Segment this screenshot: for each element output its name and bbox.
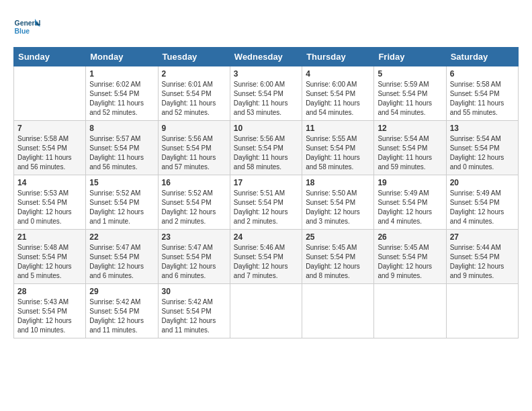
day-number: 24 — [234, 232, 298, 242]
day-number: 6 — [450, 69, 515, 79]
calendar-table: SundayMondayTuesdayWednesdayThursdayFrid… — [13, 47, 519, 338]
day-info: Sunrise: 5:49 AMSunset: 5:54 PMDaylight:… — [450, 189, 504, 225]
calendar-cell: 18 Sunrise: 5:50 AMSunset: 5:54 PMDaylig… — [302, 175, 374, 230]
calendar-cell: 5 Sunrise: 5:59 AMSunset: 5:54 PMDayligh… — [374, 66, 446, 121]
day-number: 21 — [17, 232, 82, 242]
day-number: 22 — [89, 232, 154, 242]
day-number: 7 — [17, 124, 82, 133]
day-info: Sunrise: 5:49 AMSunset: 5:54 PMDaylight:… — [378, 189, 432, 225]
weekday-header-tuesday: Tuesday — [158, 48, 230, 66]
day-info: Sunrise: 5:58 AMSunset: 5:54 PMDaylight:… — [450, 81, 504, 116]
day-number: 17 — [234, 178, 298, 187]
calendar-cell — [230, 284, 302, 338]
calendar-cell: 29 Sunrise: 5:42 AMSunset: 5:54 PMDaylig… — [86, 284, 158, 338]
calendar-cell: 17 Sunrise: 5:51 AMSunset: 5:54 PMDaylig… — [230, 175, 302, 230]
day-info: Sunrise: 5:50 AMSunset: 5:54 PMDaylight:… — [306, 189, 360, 225]
svg-text:Blue: Blue — [15, 28, 30, 35]
calendar-cell — [374, 284, 446, 338]
calendar-cell: 11 Sunrise: 5:55 AMSunset: 5:54 PMDaylig… — [302, 121, 374, 175]
calendar-cell: 9 Sunrise: 5:56 AMSunset: 5:54 PMDayligh… — [158, 121, 230, 175]
day-info: Sunrise: 6:00 AMSunset: 5:54 PMDaylight:… — [234, 81, 288, 116]
day-number: 4 — [306, 69, 370, 79]
day-number: 28 — [17, 287, 82, 296]
calendar-cell: 26 Sunrise: 5:45 AMSunset: 5:54 PMDaylig… — [374, 230, 446, 284]
day-number: 26 — [378, 232, 442, 242]
calendar-cell: 16 Sunrise: 5:52 AMSunset: 5:54 PMDaylig… — [158, 175, 230, 230]
day-number: 29 — [89, 287, 154, 296]
calendar-cell: 15 Sunrise: 5:52 AMSunset: 5:54 PMDaylig… — [86, 175, 158, 230]
weekday-header-thursday: Thursday — [302, 48, 374, 66]
day-info: Sunrise: 5:56 AMSunset: 5:54 PMDaylight:… — [234, 135, 288, 171]
calendar-cell: 20 Sunrise: 5:49 AMSunset: 5:54 PMDaylig… — [446, 175, 518, 230]
day-number: 14 — [17, 178, 82, 187]
day-info: Sunrise: 5:54 AMSunset: 5:54 PMDaylight:… — [450, 135, 504, 171]
day-number: 30 — [162, 287, 226, 296]
day-info: Sunrise: 5:59 AMSunset: 5:54 PMDaylight:… — [378, 81, 432, 116]
day-info: Sunrise: 5:42 AMSunset: 5:54 PMDaylight:… — [162, 298, 216, 334]
day-info: Sunrise: 6:00 AMSunset: 5:54 PMDaylight:… — [306, 81, 360, 116]
day-info: Sunrise: 6:02 AMSunset: 5:54 PMDaylight:… — [89, 81, 144, 116]
weekday-header-saturday: Saturday — [446, 48, 518, 66]
calendar-cell: 8 Sunrise: 5:57 AMSunset: 5:54 PMDayligh… — [86, 121, 158, 175]
day-info: Sunrise: 5:51 AMSunset: 5:54 PMDaylight:… — [234, 189, 288, 225]
calendar-cell: 28 Sunrise: 5:43 AMSunset: 5:54 PMDaylig… — [14, 284, 86, 338]
calendar-cell: 21 Sunrise: 5:48 AMSunset: 5:54 PMDaylig… — [14, 230, 86, 284]
day-number: 10 — [234, 124, 298, 133]
calendar-cell: 19 Sunrise: 5:49 AMSunset: 5:54 PMDaylig… — [374, 175, 446, 230]
day-number: 27 — [450, 232, 515, 242]
day-info: Sunrise: 5:52 AMSunset: 5:54 PMDaylight:… — [89, 189, 144, 225]
calendar-cell: 24 Sunrise: 5:46 AMSunset: 5:54 PMDaylig… — [230, 230, 302, 284]
calendar-cell: 27 Sunrise: 5:44 AMSunset: 5:54 PMDaylig… — [446, 230, 518, 284]
day-info: Sunrise: 5:53 AMSunset: 5:54 PMDaylight:… — [17, 189, 72, 225]
day-info: Sunrise: 5:54 AMSunset: 5:54 PMDaylight:… — [378, 135, 432, 171]
day-info: Sunrise: 5:55 AMSunset: 5:54 PMDaylight:… — [306, 135, 360, 171]
day-number: 13 — [450, 124, 515, 133]
calendar-cell — [446, 284, 518, 338]
calendar-cell: 25 Sunrise: 5:45 AMSunset: 5:54 PMDaylig… — [302, 230, 374, 284]
day-info: Sunrise: 5:47 AMSunset: 5:54 PMDaylight:… — [162, 244, 216, 279]
day-number: 20 — [450, 178, 515, 187]
day-info: Sunrise: 5:46 AMSunset: 5:54 PMDaylight:… — [234, 244, 288, 279]
day-info: Sunrise: 5:56 AMSunset: 5:54 PMDaylight:… — [162, 135, 216, 171]
day-number: 8 — [89, 124, 154, 133]
weekday-header-sunday: Sunday — [14, 48, 86, 66]
day-info: Sunrise: 5:43 AMSunset: 5:54 PMDaylight:… — [17, 298, 72, 334]
day-number: 5 — [378, 69, 442, 79]
day-number: 16 — [162, 178, 226, 187]
calendar-cell: 12 Sunrise: 5:54 AMSunset: 5:54 PMDaylig… — [374, 121, 446, 175]
weekday-header-friday: Friday — [374, 48, 446, 66]
day-number: 12 — [378, 124, 442, 133]
day-number: 11 — [306, 124, 370, 133]
day-info: Sunrise: 5:42 AMSunset: 5:54 PMDaylight:… — [89, 298, 144, 334]
calendar-cell: 23 Sunrise: 5:47 AMSunset: 5:54 PMDaylig… — [158, 230, 230, 284]
day-number: 3 — [234, 69, 298, 79]
day-number: 18 — [306, 178, 370, 187]
calendar-cell: 13 Sunrise: 5:54 AMSunset: 5:54 PMDaylig… — [446, 121, 518, 175]
calendar-cell: 30 Sunrise: 5:42 AMSunset: 5:54 PMDaylig… — [158, 284, 230, 338]
day-number: 23 — [162, 232, 226, 242]
day-number: 9 — [162, 124, 226, 133]
day-number: 19 — [378, 178, 442, 187]
day-info: Sunrise: 5:47 AMSunset: 5:54 PMDaylight:… — [89, 244, 144, 279]
calendar-cell: 14 Sunrise: 5:53 AMSunset: 5:54 PMDaylig… — [14, 175, 86, 230]
calendar-cell: 4 Sunrise: 6:00 AMSunset: 5:54 PMDayligh… — [302, 66, 374, 121]
calendar-cell: 6 Sunrise: 5:58 AMSunset: 5:54 PMDayligh… — [446, 66, 518, 121]
day-info: Sunrise: 5:57 AMSunset: 5:54 PMDaylight:… — [89, 135, 144, 171]
day-info: Sunrise: 5:45 AMSunset: 5:54 PMDaylight:… — [306, 244, 360, 279]
day-info: Sunrise: 5:48 AMSunset: 5:54 PMDaylight:… — [17, 244, 72, 279]
day-number: 2 — [162, 69, 226, 79]
calendar-cell: 7 Sunrise: 5:58 AMSunset: 5:54 PMDayligh… — [14, 121, 86, 175]
calendar-cell — [302, 284, 374, 338]
day-info: Sunrise: 5:52 AMSunset: 5:54 PMDaylight:… — [162, 189, 216, 225]
logo: General Blue — [13, 13, 43, 40]
day-info: Sunrise: 5:44 AMSunset: 5:54 PMDaylight:… — [450, 244, 504, 279]
day-number: 1 — [89, 69, 154, 79]
day-info: Sunrise: 5:45 AMSunset: 5:54 PMDaylight:… — [378, 244, 432, 279]
calendar-cell: 3 Sunrise: 6:00 AMSunset: 5:54 PMDayligh… — [230, 66, 302, 121]
day-number: 15 — [89, 178, 154, 187]
weekday-header-monday: Monday — [86, 48, 158, 66]
calendar-cell: 22 Sunrise: 5:47 AMSunset: 5:54 PMDaylig… — [86, 230, 158, 284]
calendar-cell: 1 Sunrise: 6:02 AMSunset: 5:54 PMDayligh… — [86, 66, 158, 121]
weekday-header-wednesday: Wednesday — [230, 48, 302, 66]
day-number: 25 — [306, 232, 370, 242]
